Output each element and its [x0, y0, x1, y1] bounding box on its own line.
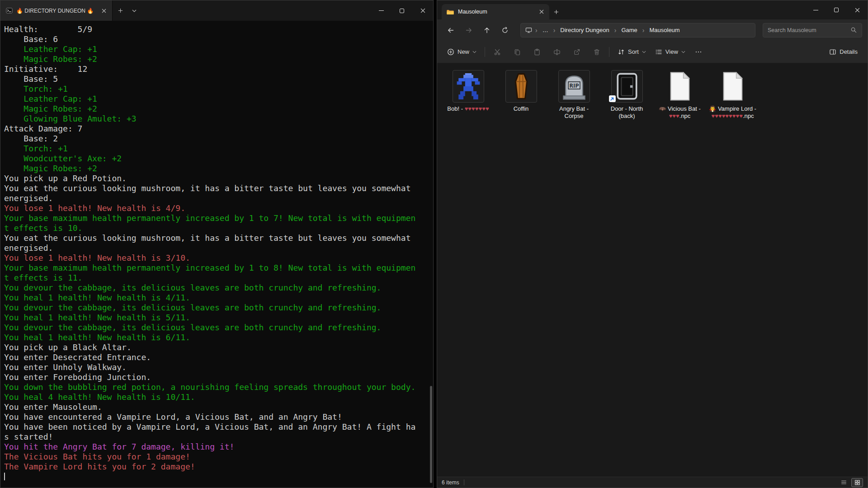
maximize-button[interactable]: [392, 0, 412, 21]
more-options-button[interactable]: [690, 45, 707, 59]
explorer-tab-title: Mausoleum: [458, 9, 534, 15]
tab-close-icon[interactable]: [99, 6, 108, 15]
explorer-tab[interactable]: Mausoleum: [442, 4, 549, 19]
file-tile[interactable]: Door - North (back): [601, 70, 652, 120]
delete-button[interactable]: [588, 45, 605, 59]
breadcrumb-item-directory-dungeon[interactable]: Directory Dungeon: [558, 26, 611, 34]
list-view-icon: [841, 479, 847, 485]
view-button[interactable]: View: [651, 45, 690, 59]
icon-text: RIP: [569, 83, 579, 89]
terminal-line: You heal 1 health! New health is 6/11.: [4, 333, 427, 343]
cut-button[interactable]: [489, 45, 506, 59]
divider: [464, 479, 464, 485]
health-hearts: ♥♥♥: [669, 113, 679, 119]
terminal-line: You have been noticed by a Vampire Lord,…: [4, 422, 427, 432]
maximize-button[interactable]: [826, 0, 847, 19]
thumbnail-view-toggle[interactable]: [851, 478, 863, 487]
terminal-line: Leather Cap: +1: [4, 44, 427, 54]
terminal-line: Magic Robes: +2: [4, 104, 427, 114]
file-tile[interactable]: 🦇 Vicious Bat - ♥♥♥.npc: [654, 70, 705, 120]
rename-button[interactable]: [548, 45, 566, 59]
terminal-line: The Vicious Bat hits you for 1 damage!: [4, 452, 427, 462]
new-tab-button[interactable]: [549, 4, 563, 19]
terminal-scrollbar[interactable]: [430, 386, 432, 483]
new-button[interactable]: New: [443, 45, 481, 59]
file-name: Coffin: [497, 105, 545, 113]
minimize-button[interactable]: [371, 0, 392, 21]
file-name: Bob! - ♥♥♥♥♥♥♥: [444, 105, 492, 113]
copy-button[interactable]: [509, 45, 526, 59]
terminal-line: You enter Unholy Walkway.: [4, 362, 427, 372]
rename-icon: [553, 48, 561, 56]
terminal-tab-title: 🔥 DIRECTORY DUNGEON 🔥: [16, 8, 96, 14]
new-button-label: New: [458, 48, 469, 55]
file-tile[interactable]: RIP Angry Bat - Corpse: [548, 70, 599, 120]
details-pane-button[interactable]: Details: [825, 45, 862, 59]
breadcrumb-item-mausoleum[interactable]: Mausoleum: [647, 26, 681, 34]
tab-close-icon[interactable]: [538, 8, 546, 16]
explorer-titlebar[interactable]: Mausoleum: [437, 0, 868, 19]
close-button[interactable]: [847, 0, 868, 19]
close-button[interactable]: [412, 0, 433, 21]
details-view-toggle[interactable]: [838, 478, 849, 487]
back-button[interactable]: [443, 23, 459, 38]
file-tile[interactable]: 🧛 Vampire Lord - ♥♥♥♥♥♥♥♥♥.npc: [707, 70, 758, 120]
breadcrumb-item-overflow[interactable]: …: [541, 26, 550, 34]
document-icon: [721, 71, 745, 101]
terminal-body[interactable]: Health: 5/9 Base: 6 Leather Cap: +1 Magi…: [0, 21, 433, 488]
sort-button[interactable]: Sort: [613, 45, 651, 59]
address-bar[interactable]: › … › Directory Dungeon › Game › Mausole…: [520, 23, 755, 38]
file-icon: [611, 70, 643, 103]
terminal-line: You enter Desecrated Entrance.: [4, 352, 427, 362]
paste-button[interactable]: [528, 45, 546, 59]
minimize-icon: [813, 10, 818, 10]
share-button[interactable]: [568, 45, 585, 59]
sort-button-label: Sort: [628, 48, 639, 55]
terminal-tab[interactable]: 🔥 DIRECTORY DUNGEON 🔥: [0, 0, 113, 21]
search-box[interactable]: [763, 23, 862, 38]
close-icon: [855, 8, 860, 13]
breadcrumb-chevron-icon: ›: [535, 27, 538, 34]
tab-dropdown-button[interactable]: [128, 0, 141, 21]
terminal-line: Initiative: 12: [4, 64, 427, 74]
search-icon: [850, 27, 857, 33]
terminal-titlebar[interactable]: 🔥 DIRECTORY DUNGEON 🔥: [0, 0, 433, 21]
up-button[interactable]: [479, 23, 495, 38]
terminal-line: You down the bubbling red potion, a nour…: [4, 382, 427, 392]
back-icon: [447, 27, 454, 34]
breadcrumb-item-game[interactable]: Game: [619, 26, 639, 34]
file-grid[interactable]: Bob! - ♥♥♥♥♥♥♥ Coffin RIP Angry Bat - Co…: [437, 63, 868, 477]
minimize-button[interactable]: [805, 0, 826, 19]
file-icon: [505, 70, 537, 103]
terminal-line: You enter Mausoleum.: [4, 402, 427, 412]
terminal-line: Base: 6: [4, 34, 427, 44]
terminal-line: You hit the Angry Bat for 7 damage, kill…: [4, 442, 427, 452]
search-input[interactable]: [768, 27, 850, 33]
computer-icon: [525, 27, 532, 33]
up-icon: [483, 27, 491, 34]
explorer-window: Mausoleum: [437, 0, 868, 488]
terminal-line: Your base maximum health permanently inc…: [4, 213, 427, 223]
titlebar-drag-area[interactable]: [141, 0, 371, 21]
terminal-line: Magic Robes: +2: [4, 164, 427, 174]
coffin-icon: [513, 73, 530, 100]
close-icon: [420, 8, 425, 13]
terminal-output: Health: 5/9 Base: 6 Leather Cap: +1 Magi…: [4, 24, 427, 482]
view-icon: [655, 48, 662, 56]
terminal-line: You lose 1 health! New health is 4/9.: [4, 203, 427, 213]
more-icon: [695, 48, 702, 56]
terminal-line: t effects is 11.: [4, 273, 427, 283]
tombstone-icon: RIP: [561, 73, 587, 100]
new-tab-button[interactable]: [113, 0, 128, 21]
forward-button[interactable]: [461, 23, 477, 38]
terminal-line: You heal 4 health! New health is 10/11.: [4, 392, 427, 402]
terminal-line: Leather Cap: +1: [4, 94, 427, 104]
terminal-line: Attack Damage: 7: [4, 124, 427, 134]
details-pane-icon: [829, 48, 836, 56]
file-tile[interactable]: Coffin: [495, 70, 547, 113]
file-tile[interactable]: Bob! - ♥♥♥♥♥♥♥: [443, 70, 494, 113]
divider: [485, 47, 485, 57]
terminal-line: Health: 5/9: [4, 24, 427, 34]
terminal-line: You eat the curious looking mushroom, it…: [4, 233, 427, 243]
refresh-button[interactable]: [497, 23, 513, 38]
